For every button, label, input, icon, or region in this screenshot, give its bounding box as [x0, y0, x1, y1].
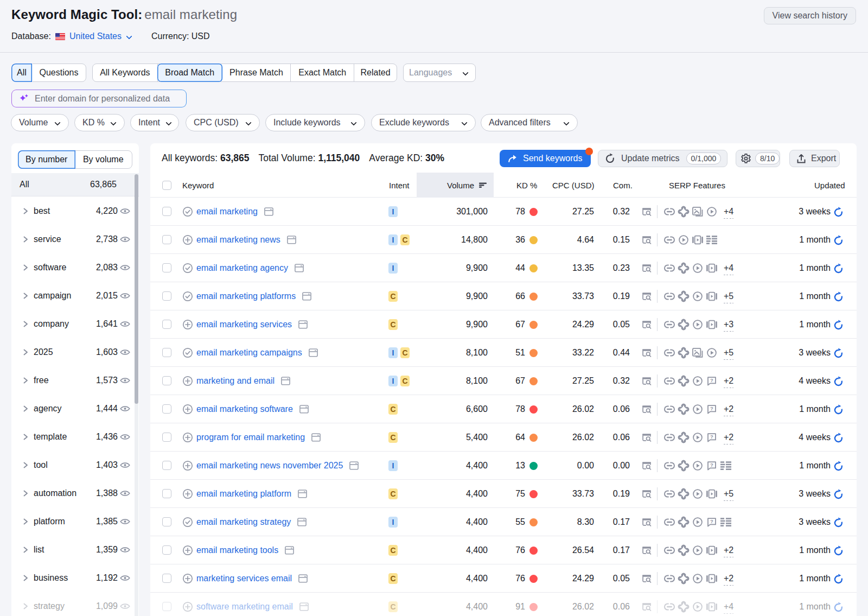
svg-text:?: ? — [710, 434, 713, 440]
svg-text:?: ? — [710, 377, 713, 383]
svg-text:?: ? — [710, 405, 713, 411]
svg-text:?: ? — [710, 518, 713, 524]
svg-text:?: ? — [710, 462, 713, 468]
